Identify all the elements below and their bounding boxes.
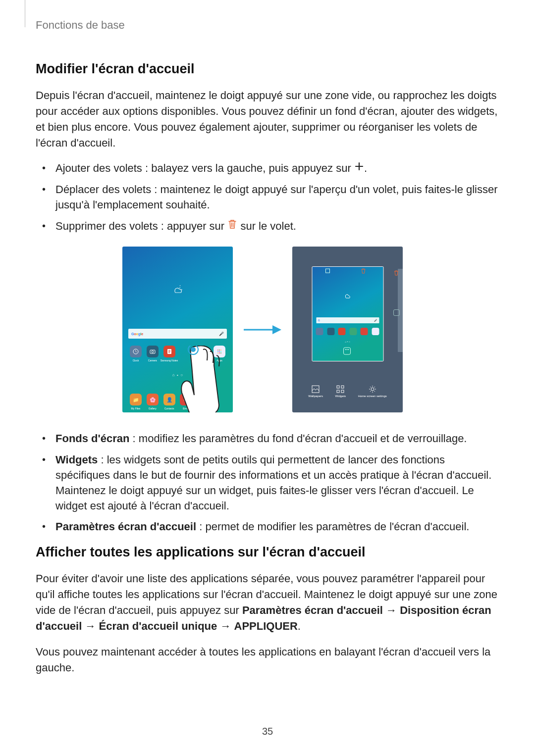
samsung-notes-icon	[163, 346, 175, 357]
svg-point-9	[220, 351, 221, 352]
trash-icon	[228, 218, 237, 234]
mp-trash-icon	[361, 268, 366, 274]
email-icon: ✉	[180, 394, 192, 405]
section1-intro: Depuis l'écran d'accueil, maintenez le d…	[36, 88, 500, 151]
mp-camera-icon	[327, 328, 334, 335]
bullet-add-panels: Ajouter des volets : balayez vers la gau…	[36, 161, 500, 177]
section2-p2: Vous pouvez maintenant accéder à toutes …	[36, 644, 500, 676]
mp-star-icon	[325, 268, 330, 273]
svg-point-11	[219, 353, 220, 353]
bullet-move-panels: Déplacer des volets : maintenez le doigt…	[36, 182, 500, 213]
pinch-edit-illustration: Google 🎤 Clock Camera Samsung Notes Apps…	[72, 247, 453, 412]
bullets-b: Fonds d'écran : modifiez les paramètres …	[36, 431, 500, 535]
svg-point-12	[220, 353, 221, 353]
section-title-afficher: Afficher toutes les applications sur l'é…	[36, 545, 500, 560]
bullets-a: Ajouter des volets : balayez vers la gau…	[36, 161, 500, 235]
plus-icon	[355, 160, 364, 175]
mp-app-icon	[349, 328, 357, 335]
svg-point-8	[219, 351, 220, 352]
svg-point-19	[347, 349, 348, 350]
svg-point-2	[152, 351, 154, 353]
wallpapers-icon	[312, 385, 320, 393]
svg-point-10	[217, 353, 218, 353]
svg-rect-17	[344, 348, 351, 354]
phone-before: Google 🎤 Clock Camera Samsung Notes Apps…	[122, 247, 233, 412]
mp-notes-icon	[338, 328, 346, 335]
gear-icon	[369, 385, 376, 393]
camera-icon	[147, 346, 159, 357]
svg-point-18	[345, 349, 346, 350]
apps-grid-icon	[214, 346, 225, 357]
svg-rect-22	[337, 386, 339, 388]
bullet-fonds: Fonds d'écran : modifiez les paramètres …	[36, 431, 500, 447]
mp-clock-icon	[316, 328, 323, 335]
section2-p1: Pour éviter d'avoir une liste des applic…	[36, 571, 500, 634]
svg-point-4	[217, 350, 218, 351]
mp-search-bar: G🎤	[316, 317, 379, 323]
weather-icon	[172, 284, 184, 296]
svg-point-5	[219, 350, 220, 351]
chapter-title: Fonctions de base	[36, 19, 500, 32]
clock-icon	[130, 346, 142, 357]
phone-after: G🎤 ⌂ • ○ Wallpapers Widgets	[292, 247, 403, 412]
divider-rule	[25, 0, 25, 27]
mp-page-dots: ⌂ • ○	[312, 340, 383, 343]
panel-delete-icon	[394, 269, 399, 274]
svg-rect-25	[341, 390, 344, 393]
gallery-icon: 🌸	[147, 394, 159, 405]
bullet-delete-panels: Supprimer des volets : appuyer sur sur l…	[36, 219, 500, 235]
svg-point-20	[348, 349, 349, 350]
home-settings-button: Home screen settings	[358, 385, 387, 398]
mp-app-icon	[361, 328, 368, 335]
mp-single-app-icon	[343, 347, 352, 355]
wallpapers-button: Wallpapers	[308, 385, 323, 398]
google-logo-text: Google	[131, 332, 143, 336]
svg-rect-24	[337, 390, 339, 393]
contacts-icon: 👤	[163, 394, 175, 405]
svg-rect-23	[341, 386, 344, 388]
mp-app-row	[314, 328, 381, 335]
section-title-modifier: Modifier l'écran d'accueil	[36, 61, 500, 77]
mp-apps-icon	[372, 328, 379, 335]
svg-point-7	[217, 351, 218, 352]
mic-icon: 🎤	[219, 332, 224, 336]
app-row-2: 📁My Files 🌸Gallery 👤Contacts ✉Email	[122, 394, 233, 405]
bullet-params: Paramètres écran d'accueil : permet de m…	[36, 519, 500, 535]
widgets-button: Widgets	[335, 385, 346, 398]
bullet-widgets: Widgets : les widgets sont de petits out…	[36, 453, 500, 513]
widgets-icon	[336, 385, 344, 393]
transition-arrow-icon	[243, 324, 282, 336]
edge-app-icon	[393, 309, 400, 316]
page-indicator: ⌂ • ○	[122, 373, 233, 377]
svg-point-6	[220, 350, 221, 351]
svg-rect-16	[326, 269, 330, 273]
mp-weather-icon	[344, 292, 352, 301]
myfiles-icon: 📁	[130, 394, 142, 405]
svg-rect-21	[312, 386, 319, 393]
google-search-bar: Google 🎤	[128, 329, 227, 339]
app-row-1: Clock Camera Samsung Notes Apps	[122, 346, 233, 357]
edit-bottom-actions: Wallpapers Widgets Home screen settings	[292, 385, 403, 398]
svg-point-26	[371, 388, 374, 391]
page-number: 35	[0, 726, 535, 737]
panel-preview: G🎤 ⌂ • ○	[312, 266, 383, 361]
